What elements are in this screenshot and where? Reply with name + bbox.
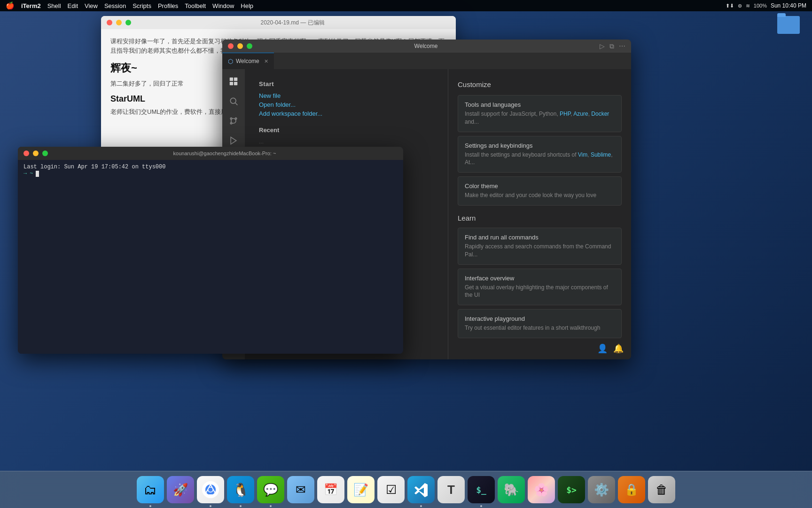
- dock-send[interactable]: ✉: [287, 476, 314, 503]
- svg-line-5: [235, 103, 238, 105]
- dock-calendar[interactable]: 📅: [317, 476, 344, 503]
- svg-rect-3: [234, 82, 237, 85]
- battery-label: 100%: [754, 3, 767, 8]
- dock-trash[interactable]: 🗑: [648, 476, 675, 503]
- calendar-icon: 📅: [324, 483, 338, 496]
- dock-sysprefs[interactable]: ⚙️: [588, 476, 615, 503]
- terminal-minimize-button[interactable]: [33, 151, 39, 156]
- tools-card-title: Tools and languages: [465, 101, 615, 108]
- dock-evernote[interactable]: 🐘: [498, 476, 525, 503]
- vscode-dot: [420, 505, 422, 507]
- dock-vpn[interactable]: 🔒: [618, 476, 645, 503]
- open-folder-link[interactable]: Open folder...: [259, 101, 434, 108]
- welcome-tab-label: Welcome: [236, 58, 259, 64]
- menu-edit[interactable]: Edit: [68, 2, 78, 9]
- add-workspace-link[interactable]: Add workspace folder...: [259, 110, 434, 117]
- minimize-button[interactable]: [116, 20, 122, 25]
- new-file-link[interactable]: New file: [259, 92, 434, 99]
- terminal-title: kounarushi@gaochengzhideMacBook-Pro: ~: [52, 151, 398, 156]
- desktop-folder[interactable]: [774, 16, 803, 40]
- dock-qq[interactable]: 🐧: [227, 476, 254, 503]
- menu-help[interactable]: Help: [241, 2, 253, 9]
- dock-vscode[interactable]: [407, 476, 435, 503]
- close-button[interactable]: [107, 20, 112, 25]
- menu-shell[interactable]: Shell: [47, 2, 61, 9]
- menubar-right: ⬆⬇ ⊛ ≋ 100% Sun 10:40 PM: [726, 2, 806, 9]
- terminal-close-button[interactable]: [23, 151, 29, 156]
- search-icon[interactable]: [225, 93, 242, 110]
- interface-overview-card[interactable]: Interface overview Get a visual overlay …: [458, 269, 622, 306]
- source-control-icon[interactable]: [225, 112, 242, 129]
- dock-typora[interactable]: T: [437, 476, 465, 503]
- dock-wechat[interactable]: 💬: [257, 476, 284, 503]
- playground-title: Interactive playground: [465, 315, 615, 322]
- chrome-icon: [202, 481, 219, 498]
- dock-reminders[interactable]: ☑: [377, 476, 405, 503]
- svg-marker-10: [231, 137, 236, 144]
- show-on-startup-icon[interactable]: 👤: [597, 343, 608, 354]
- notification-icon[interactable]: 🔔: [613, 343, 624, 354]
- menu-toolbelt[interactable]: Toolbelt: [185, 2, 206, 9]
- finder-dot: [149, 505, 151, 507]
- explorer-icon[interactable]: [225, 73, 242, 90]
- run-icon[interactable]: ▷: [600, 42, 605, 50]
- vscode-titlebar: Welcome ▷ ⧉ ⋯: [222, 40, 631, 53]
- dock-launchpad[interactable]: 🚀: [167, 476, 194, 503]
- maximize-button[interactable]: [125, 20, 131, 25]
- dock-iterm-green[interactable]: $>: [558, 476, 585, 503]
- interface-desc: Get a visual overlay highlighting the ma…: [465, 284, 615, 300]
- iterm2-dot: [480, 505, 482, 507]
- trash-icon: 🗑: [656, 483, 668, 497]
- dock-finder[interactable]: 🗂: [137, 476, 164, 503]
- menu-window[interactable]: Window: [212, 2, 234, 9]
- tools-languages-card[interactable]: Tools and languages Install support for …: [458, 95, 622, 132]
- terminal-tilde: ~: [30, 170, 33, 177]
- menu-scripts[interactable]: Scripts: [133, 2, 151, 9]
- sysprefs-icon: ⚙️: [594, 483, 609, 497]
- more-actions-icon[interactable]: ⋯: [619, 42, 625, 50]
- split-editor-icon[interactable]: ⧉: [609, 42, 614, 50]
- app-name[interactable]: iTerm2: [21, 2, 41, 9]
- dock-notes[interactable]: 📝: [347, 476, 375, 503]
- terminal-login-line: Last login: Sun Apr 19 17:05:42 on ttys0…: [23, 164, 398, 170]
- playground-desc: Try out essential editor features in a s…: [465, 324, 615, 332]
- welcome-tab[interactable]: ⬡ Welcome ✕: [222, 53, 274, 69]
- send-icon: ✉: [296, 483, 306, 497]
- svg-point-6: [230, 118, 232, 119]
- start-section-title: Start: [259, 80, 434, 87]
- vscode-maximize-button[interactable]: [247, 43, 252, 49]
- find-commands-desc: Rapidly access and search commands from …: [465, 243, 615, 259]
- vscode-title: Welcome: [256, 43, 596, 49]
- photos-icon: 🌸: [534, 483, 549, 497]
- menu-profiles[interactable]: Profiles: [158, 2, 178, 9]
- dock-iterm2-left[interactable]: $_: [468, 476, 495, 503]
- vscode-close-button[interactable]: [228, 43, 234, 49]
- find-commands-card[interactable]: Find and run all commands Rapidly access…: [458, 228, 622, 265]
- welcome-right-panel: Customize Tools and languages Install su…: [448, 69, 631, 359]
- terminal-titlebar: kounarushi@gaochengzhideMacBook-Pro: ~: [18, 147, 403, 160]
- vscode-tab-bar: ⬡ Welcome ✕: [222, 53, 631, 69]
- terminal-prompt: → ~: [23, 170, 398, 177]
- dock-chrome[interactable]: [197, 476, 224, 503]
- tab-close-icon[interactable]: ✕: [264, 58, 268, 64]
- color-theme-card[interactable]: Color theme Make the editor and your cod…: [458, 176, 622, 206]
- menu-view[interactable]: View: [85, 2, 98, 9]
- terminal-maximize-button[interactable]: [42, 151, 48, 156]
- color-theme-title: Color theme: [465, 183, 615, 190]
- playground-card[interactable]: Interactive playground Try out essential…: [458, 309, 622, 338]
- launchpad-icon: 🚀: [173, 483, 188, 497]
- iterm2-left-icon: $_: [476, 485, 486, 495]
- dock-photos[interactable]: 🌸: [528, 476, 555, 503]
- chrome-dot: [210, 505, 211, 507]
- qq-dot: [240, 505, 242, 507]
- menu-session[interactable]: Session: [104, 2, 126, 9]
- apple-menu[interactable]: 🍎: [6, 1, 15, 10]
- menubar: 🍎 iTerm2 Shell Edit View Session Scripts…: [0, 0, 812, 11]
- dock: 🗂 🚀 🐧 💬 ✉ 📅 📝 ☑: [0, 471, 812, 508]
- network-icon: ⬆⬇: [726, 3, 734, 9]
- settings-keybindings-card[interactable]: Settings and keybindings Install the set…: [458, 136, 622, 173]
- vscode-minimize-button[interactable]: [237, 43, 243, 49]
- svg-rect-2: [230, 82, 233, 85]
- wechat-dot: [270, 505, 272, 507]
- terminal-content[interactable]: Last login: Sun Apr 19 17:05:42 on ttys0…: [18, 160, 403, 354]
